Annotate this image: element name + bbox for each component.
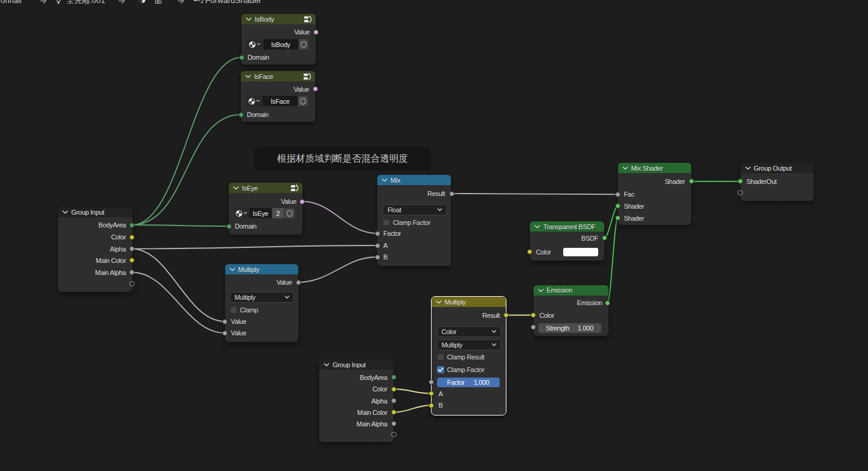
svg-text:2: 2	[200, 0, 203, 3]
